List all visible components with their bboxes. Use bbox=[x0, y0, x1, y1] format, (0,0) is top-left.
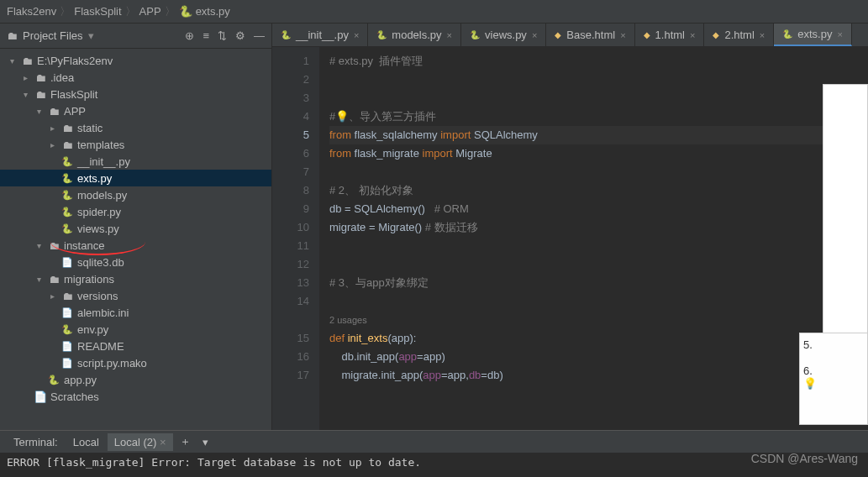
line-number[interactable]: 9 bbox=[272, 200, 309, 218]
tree-item[interactable]: 🐍spider.py bbox=[0, 203, 271, 220]
terminal-output[interactable]: ERROR [flask_migrate] Error: Target data… bbox=[0, 453, 868, 472]
tree-item[interactable]: ▸versions bbox=[0, 287, 271, 304]
editor-tab[interactable]: ◆Base.html× bbox=[546, 24, 634, 46]
code-line[interactable]: #💡、导入第三方插件 bbox=[329, 107, 868, 126]
tree-arrow-icon[interactable]: ▸ bbox=[47, 123, 57, 133]
tree-item[interactable]: ▾migrations bbox=[0, 270, 271, 287]
crumb[interactable]: Flaks2env bbox=[7, 5, 56, 18]
editor-tab[interactable]: 🐍exts.py× bbox=[774, 24, 852, 46]
close-icon[interactable]: × bbox=[354, 30, 359, 40]
code-line[interactable]: db.init_app(app=app) bbox=[329, 348, 868, 366]
close-icon[interactable]: × bbox=[690, 30, 695, 40]
tree-item-label: __init__.py bbox=[77, 155, 130, 168]
code-line[interactable] bbox=[329, 163, 868, 181]
close-icon[interactable]: × bbox=[447, 30, 452, 40]
tree-item[interactable]: ▾FlaskSplit bbox=[0, 86, 271, 102]
code-line[interactable] bbox=[329, 71, 868, 89]
tree-item[interactable]: ▾instance bbox=[0, 237, 271, 254]
code-line[interactable]: # 2、 初始化对象 bbox=[329, 181, 868, 200]
tree-item[interactable]: ▾APP bbox=[0, 102, 271, 119]
tree-arrow-icon[interactable]: ▾ bbox=[7, 56, 17, 66]
tree-item[interactable]: 📄Scratches bbox=[0, 388, 271, 405]
tree-item[interactable]: 🐍exts.py bbox=[0, 170, 271, 186]
line-number[interactable]: 13 bbox=[272, 274, 309, 292]
tree-item[interactable]: 🐍env.py bbox=[0, 321, 271, 338]
code-line[interactable] bbox=[329, 89, 868, 107]
editor-tab[interactable]: ◆2.html× bbox=[704, 24, 774, 46]
tree-item[interactable]: ▸.idea bbox=[0, 69, 271, 86]
project-tree[interactable]: ▾E:\PyFlaks2env▸.idea▾FlaskSplit▾APP▸sta… bbox=[0, 49, 271, 430]
code-line[interactable]: def init_exts(app): bbox=[329, 329, 868, 348]
close-icon[interactable]: × bbox=[160, 436, 166, 448]
terminal-tab[interactable]: Local (2) × bbox=[108, 433, 173, 451]
tree-item[interactable]: 📄script.py.mako bbox=[0, 354, 271, 371]
line-number[interactable]: 8 bbox=[272, 181, 309, 200]
tree-item[interactable]: 🐍models.py bbox=[0, 186, 271, 203]
code-line[interactable]: migrate.init_app(app=app,db=db) bbox=[329, 366, 868, 385]
line-number[interactable]: 4 bbox=[272, 107, 309, 126]
code-line[interactable]: # 3、与app对象绑定 bbox=[329, 274, 868, 292]
line-number[interactable]: 6 bbox=[272, 144, 309, 163]
code-line[interactable]: from flask_sqlalchemy import SQLAlchemy bbox=[329, 126, 868, 144]
code-line[interactable]: db = SQLAlchemy() # ORM bbox=[329, 200, 868, 218]
tree-item[interactable]: ▸templates bbox=[0, 136, 271, 153]
tree-item[interactable]: 🐍app.py bbox=[0, 371, 271, 388]
crumb[interactable]: APP bbox=[139, 5, 161, 18]
usages-hint[interactable]: 2 usages bbox=[329, 311, 868, 329]
gear-icon[interactable]: ⚙ bbox=[235, 29, 245, 42]
code-line[interactable]: from flask_migrate import Migrate bbox=[329, 144, 868, 163]
line-number[interactable]: 5 bbox=[272, 126, 309, 144]
tree-item[interactable]: 📄alembic.ini bbox=[0, 304, 271, 321]
line-number[interactable]: 11 bbox=[272, 237, 309, 255]
terminal-tab[interactable]: Local bbox=[66, 433, 106, 451]
crumb-file[interactable]: exts.py bbox=[196, 5, 230, 18]
sidebar-title[interactable]: Project Files bbox=[23, 29, 83, 42]
line-number[interactable]: 14 bbox=[272, 292, 309, 311]
code-line[interactable] bbox=[329, 292, 868, 311]
hide-icon[interactable]: — bbox=[254, 29, 265, 42]
collapse-all-icon[interactable]: ⇅ bbox=[218, 29, 227, 42]
close-icon[interactable]: × bbox=[620, 30, 625, 40]
line-number[interactable]: 17 bbox=[272, 366, 309, 385]
close-icon[interactable]: × bbox=[760, 30, 765, 40]
crumb[interactable]: FlaskSplit bbox=[74, 5, 121, 18]
editor-tab[interactable]: 🐍views.py× bbox=[461, 24, 546, 46]
tree-arrow-icon[interactable]: ▸ bbox=[47, 140, 57, 149]
line-number[interactable]: 10 bbox=[272, 218, 309, 237]
chevron-down-icon[interactable]: ▾ bbox=[88, 29, 94, 42]
add-terminal-button[interactable]: ＋ bbox=[175, 434, 196, 449]
tree-arrow-icon[interactable]: ▾ bbox=[20, 90, 30, 99]
expand-all-icon[interactable]: ≡ bbox=[203, 29, 209, 42]
line-number[interactable]: 3 bbox=[272, 89, 309, 107]
tree-item[interactable]: 🐍__init__.py bbox=[0, 153, 271, 170]
editor-tab[interactable]: 🐍__init__.py× bbox=[272, 24, 368, 46]
line-number[interactable]: 2 bbox=[272, 71, 309, 89]
code-line[interactable]: # exts.py 插件管理 bbox=[329, 52, 868, 71]
folder-icon bbox=[47, 273, 60, 286]
tree-arrow-icon[interactable]: ▾ bbox=[34, 241, 44, 250]
line-number[interactable]: 1 bbox=[272, 52, 309, 71]
close-icon[interactable]: × bbox=[532, 30, 537, 40]
editor-tab[interactable]: 🐍models.py× bbox=[368, 24, 461, 46]
line-number[interactable]: 16 bbox=[272, 348, 309, 366]
tree-item[interactable]: ▸static bbox=[0, 119, 271, 136]
tree-item[interactable]: 📄README bbox=[0, 338, 271, 354]
line-number[interactable]: 12 bbox=[272, 255, 309, 274]
tree-item[interactable]: 📄sqlite3.db bbox=[0, 254, 271, 270]
tree-arrow-icon[interactable]: ▸ bbox=[47, 291, 57, 301]
select-opened-icon[interactable]: ⊕ bbox=[185, 29, 194, 42]
line-number[interactable]: 7 bbox=[272, 163, 309, 181]
editor-tab[interactable]: ◆1.html× bbox=[635, 24, 705, 46]
tree-item[interactable]: 🐍views.py bbox=[0, 220, 271, 237]
tree-arrow-icon[interactable]: ▾ bbox=[34, 107, 44, 116]
tree-item[interactable]: ▾E:\PyFlaks2env bbox=[0, 52, 271, 69]
code-editor[interactable]: # exts.py 插件管理 #💡、导入第三方插件from flask_sqla… bbox=[319, 47, 868, 430]
line-number[interactable]: 15 bbox=[272, 329, 309, 348]
terminal-dropdown-icon[interactable]: ▾ bbox=[197, 436, 213, 448]
code-line[interactable]: migrate = Migrate() # 数据迁移 bbox=[329, 218, 868, 237]
code-line[interactable] bbox=[329, 237, 868, 255]
close-icon[interactable]: × bbox=[837, 29, 842, 39]
tree-arrow-icon[interactable]: ▸ bbox=[20, 73, 30, 82]
code-line[interactable] bbox=[329, 255, 868, 274]
tree-arrow-icon[interactable]: ▾ bbox=[34, 275, 44, 284]
